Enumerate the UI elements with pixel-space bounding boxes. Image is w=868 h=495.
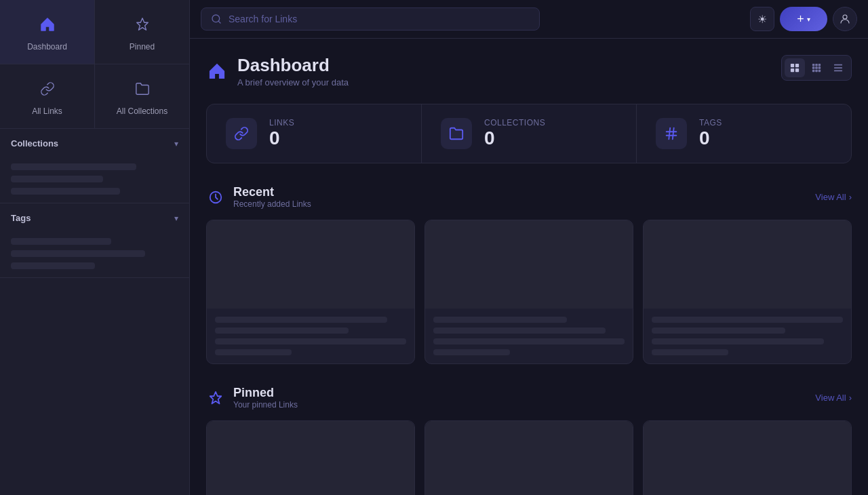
skeleton-line bbox=[11, 262, 95, 269]
svg-rect-5 bbox=[795, 68, 799, 72]
skeleton-line bbox=[433, 317, 567, 323]
pinned-card-1[interactable] bbox=[206, 420, 415, 495]
svg-rect-6 bbox=[812, 64, 815, 66]
skeleton-line bbox=[215, 338, 406, 344]
home-icon bbox=[35, 12, 60, 37]
svg-rect-11 bbox=[818, 66, 821, 69]
sidebar-pinned-label: Pinned bbox=[130, 42, 155, 52]
view-list-button[interactable] bbox=[828, 58, 848, 77]
search-bar[interactable] bbox=[201, 7, 540, 31]
user-button[interactable] bbox=[833, 7, 857, 31]
add-button[interactable]: + ▾ bbox=[780, 7, 827, 31]
skeleton-line bbox=[11, 163, 136, 170]
skeleton-line bbox=[215, 317, 387, 323]
links-stat-value: 0 bbox=[269, 127, 294, 149]
pinned-card-3[interactable] bbox=[643, 420, 852, 495]
search-input[interactable] bbox=[229, 14, 530, 24]
svg-rect-2 bbox=[791, 64, 794, 67]
pin-icon bbox=[130, 12, 155, 37]
card-skeleton-lines bbox=[644, 309, 851, 363]
collections-chevron-icon: ▾ bbox=[174, 139, 178, 148]
sidebar-collections-toggle[interactable]: Collections ▾ bbox=[0, 129, 189, 158]
sidebar-dashboard-label: Dashboard bbox=[27, 42, 67, 52]
recent-section-title: Recent bbox=[233, 185, 311, 199]
sidebar-all-links-label: All Links bbox=[32, 106, 62, 116]
card-image bbox=[425, 220, 633, 309]
sun-icon: ☀ bbox=[757, 13, 767, 26]
dashboard-icon bbox=[206, 60, 228, 82]
recent-cards-grid bbox=[206, 220, 852, 364]
link-icon bbox=[35, 77, 60, 101]
pinned-view-all-button[interactable]: View All › bbox=[815, 393, 852, 403]
sidebar-item-all-collections[interactable]: All Collections bbox=[95, 64, 189, 128]
svg-rect-4 bbox=[791, 68, 794, 72]
sidebar-item-pinned[interactable]: Pinned bbox=[95, 0, 189, 64]
page-header: Dashboard A brief overview of your data bbox=[206, 55, 852, 87]
pinned-section-header: Pinned Your pinned Links View All › bbox=[206, 386, 852, 410]
skeleton-line bbox=[433, 338, 625, 344]
theme-toggle-button[interactable]: ☀ bbox=[750, 7, 774, 31]
svg-rect-8 bbox=[818, 64, 821, 66]
pinned-titles: Pinned Your pinned Links bbox=[233, 386, 298, 410]
view-grid-small-button[interactable] bbox=[806, 58, 827, 77]
card-image bbox=[207, 220, 414, 309]
card-skeleton-lines bbox=[207, 309, 414, 363]
sidebar-collections-title: Collections bbox=[11, 138, 58, 148]
skeleton-line bbox=[11, 250, 145, 257]
skeleton-line bbox=[433, 349, 510, 355]
sidebar-top-nav: Dashboard Pinned bbox=[0, 0, 189, 64]
card-image bbox=[644, 220, 851, 309]
stat-links: Links 0 bbox=[207, 104, 422, 163]
view-controls bbox=[781, 55, 852, 81]
svg-rect-14 bbox=[818, 70, 821, 73]
svg-line-21 bbox=[673, 128, 674, 140]
skeleton-line bbox=[11, 238, 111, 245]
skeleton-line bbox=[11, 176, 103, 182]
svg-point-1 bbox=[843, 15, 847, 19]
chevron-right-icon: › bbox=[849, 393, 852, 403]
sidebar-tags-section: Tags ▾ bbox=[0, 203, 189, 278]
card-image bbox=[644, 421, 851, 495]
page-title-area: Dashboard A brief overview of your data bbox=[206, 55, 349, 87]
skeleton-line bbox=[652, 328, 785, 334]
skeleton-line bbox=[11, 188, 120, 195]
recent-titles: Recent Recently added Links bbox=[233, 185, 311, 209]
svg-rect-16 bbox=[834, 67, 842, 68]
pinned-card-2[interactable] bbox=[425, 420, 633, 495]
topbar: ☀ + ▾ bbox=[190, 0, 868, 39]
recent-card-1[interactable] bbox=[206, 220, 415, 364]
chevron-right-icon: › bbox=[849, 192, 852, 202]
sidebar-item-all-links[interactable]: All Links bbox=[0, 64, 94, 128]
pinned-view-all-label: View All bbox=[815, 393, 846, 403]
recent-card-2[interactable] bbox=[425, 220, 633, 364]
search-icon bbox=[211, 14, 222, 24]
view-grid-large-button[interactable] bbox=[785, 58, 805, 77]
svg-line-20 bbox=[669, 128, 670, 140]
card-image bbox=[207, 421, 414, 495]
stat-collections: Collections 0 bbox=[422, 104, 637, 163]
sidebar-tags-toggle[interactable]: Tags ▾ bbox=[0, 203, 189, 233]
pinned-section-title: Pinned bbox=[233, 386, 298, 400]
recent-card-3[interactable] bbox=[643, 220, 852, 364]
skeleton-line bbox=[215, 349, 292, 355]
recent-section-header: Recent Recently added Links View All › bbox=[206, 185, 852, 209]
recent-section: Recent Recently added Links View All › bbox=[206, 185, 852, 364]
recent-view-all-button[interactable]: View All › bbox=[815, 192, 852, 202]
chevron-down-icon: ▾ bbox=[807, 16, 810, 23]
page-title: Dashboard bbox=[237, 55, 349, 76]
page-subtitle: A brief overview of your data bbox=[237, 77, 349, 87]
collections-skeleton bbox=[0, 158, 189, 203]
folder-icon bbox=[130, 77, 155, 101]
svg-rect-7 bbox=[815, 64, 818, 66]
sidebar-item-dashboard[interactable]: Dashboard bbox=[0, 0, 94, 64]
user-icon bbox=[839, 13, 851, 25]
skeleton-line bbox=[433, 328, 606, 334]
card-skeleton-lines bbox=[425, 309, 633, 363]
collections-stat-icon bbox=[441, 118, 472, 149]
svg-rect-15 bbox=[834, 64, 842, 66]
tags-stat-label: Tags bbox=[699, 118, 722, 127]
tags-stat-value: 0 bbox=[699, 127, 722, 149]
pinned-title-area: Pinned Your pinned Links bbox=[206, 386, 298, 410]
stat-tags: Tags 0 bbox=[637, 104, 851, 163]
main-content: ☀ + ▾ bbox=[190, 0, 868, 495]
